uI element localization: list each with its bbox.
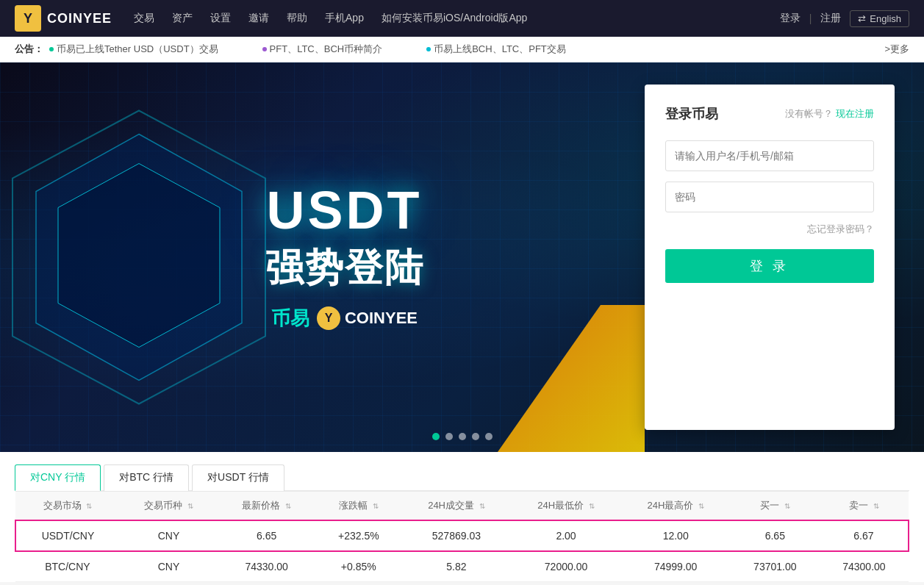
col-sell[interactable]: 卖一 ⇅ [820, 492, 909, 521]
announcement-item-2[interactable]: 币易上线BCH、LTC、PFT交易 [426, 43, 566, 56]
navbar: Y COINYEE 交易 资产 设置 邀请 帮助 手机App 如何安装币易iOS… [0, 0, 924, 37]
sort-icon-high: ⇅ [698, 502, 704, 510]
nav-mobile-app[interactable]: 手机App [325, 12, 364, 25]
username-input[interactable] [665, 140, 874, 171]
table-header-row: 交易市场 ⇅ 交易币种 ⇅ 最新价格 ⇅ 涨跌幅 ⇅ 24H成交量 ⇅ [15, 492, 909, 521]
sort-icon-price: ⇅ [285, 502, 291, 510]
nav-invite[interactable]: 邀请 [248, 12, 269, 25]
col-currency[interactable]: 交易币种 ⇅ [120, 492, 218, 521]
carousel-dot-0[interactable] [432, 433, 440, 440]
forgot-password-link[interactable]: 忘记登录密码？ [807, 223, 874, 234]
sort-icon-change: ⇅ [373, 502, 379, 510]
market-tabs: 对CNY 行情 对BTC 行情 对USDT 行情 [15, 452, 909, 491]
language-switcher[interactable]: ⇄ English [850, 10, 909, 27]
announcement-dot-1 [262, 47, 267, 51]
register-link[interactable]: 注册 [820, 12, 841, 25]
sort-icon-low: ⇅ [589, 502, 595, 510]
announcement-text-1: PFT、LTC、BCH币种简介 [270, 43, 383, 56]
carousel-dot-2[interactable] [459, 433, 466, 440]
col-low[interactable]: 24H最低价 ⇅ [511, 492, 620, 521]
nav-assets[interactable]: 资产 [172, 12, 193, 25]
nav-settings[interactable]: 设置 [210, 12, 231, 25]
login-link[interactable]: 登录 [780, 12, 801, 25]
tab-usdt[interactable]: 对USDT 行情 [192, 464, 284, 491]
hero-brand: 币易 Y COINYEE [265, 306, 424, 331]
register-now-link[interactable]: 现在注册 [836, 108, 874, 119]
carousel-dot-4[interactable] [485, 433, 493, 440]
hero-slogan: 强势登陆 [265, 243, 424, 294]
hero-brand-icon: Y [317, 306, 340, 330]
sort-icon-buy: ⇅ [784, 502, 790, 510]
announcement-item-1[interactable]: PFT、LTC、BCH币种简介 [262, 43, 383, 56]
sort-icon-sell: ⇅ [873, 502, 879, 510]
announcement-text-0: 币易已上线Tether USD（USDT）交易 [57, 43, 218, 56]
col-change[interactable]: 涨跌幅 ⇅ [315, 492, 401, 521]
carousel-dots [432, 433, 493, 440]
sort-icon-market: ⇅ [86, 502, 92, 510]
announcement-items: 币易已上线Tether USD（USDT）交易 PFT、LTC、BCH币种简介 … [49, 43, 878, 56]
announcement-text-2: 币易上线BCH、LTC、PFT交易 [434, 43, 566, 56]
hero-text: USDT 强势登陆 币易 Y COINYEE [265, 184, 424, 331]
col-market[interactable]: 交易市场 ⇅ [15, 492, 120, 521]
nav-trade[interactable]: 交易 [134, 12, 154, 25]
hero-section: USDT 强势登陆 币易 Y COINYEE 登录币易 没有帐号？ 现在注册 忘… [0, 62, 924, 452]
hero-brand-logo: Y COINYEE [317, 306, 418, 330]
tab-btc[interactable]: 对BTC 行情 [104, 464, 189, 491]
login-no-account: 没有帐号？ 现在注册 [785, 107, 874, 121]
login-button[interactable]: 登 录 [665, 249, 874, 283]
announcement-item-0[interactable]: 币易已上线Tether USD（USDT）交易 [49, 43, 218, 56]
announcement-dot-0 [49, 47, 54, 51]
logo-name: COINYEE [47, 11, 112, 26]
table-row[interactable]: USDT/CNYCNY6.65+232.5%527869.032.0012.00… [15, 520, 909, 551]
language-label: English [870, 13, 901, 24]
nav-menu: 交易 资产 设置 邀请 帮助 手机App 如何安装币易iOS/Android版A… [134, 12, 780, 25]
lang-arrow-icon: ⇄ [858, 13, 866, 24]
hero-content: USDT 强势登陆 币易 Y COINYEE [0, 62, 645, 452]
carousel-dot-1[interactable] [445, 433, 453, 440]
nav-divider: | [809, 12, 812, 24]
tab-cny[interactable]: 对CNY 行情 [15, 464, 101, 491]
hero-brand-chinese: 币易 [271, 306, 309, 331]
forgot-password-container: 忘记登录密码？ [665, 223, 874, 236]
market-section: 对CNY 行情 对BTC 行情 对USDT 行情 交易市场 ⇅ 交易币种 ⇅ 最… [0, 452, 924, 582]
col-buy[interactable]: 买一 ⇅ [731, 492, 820, 521]
sort-icon-volume: ⇅ [479, 502, 485, 510]
password-input[interactable] [665, 182, 874, 212]
logo-icon: Y [15, 5, 41, 32]
col-price[interactable]: 最新价格 ⇅ [218, 492, 315, 521]
nav-help[interactable]: 帮助 [287, 12, 307, 25]
announcement-bar: 公告： 币易已上线Tether USD（USDT）交易 PFT、LTC、BCH币… [0, 37, 924, 62]
logo[interactable]: Y COINYEE [15, 5, 112, 32]
announcement-dot-2 [426, 47, 431, 51]
hero-usdt-title: USDT [265, 184, 424, 237]
login-title: 登录币易 [665, 105, 718, 123]
login-header: 登录币易 没有帐号？ 现在注册 [665, 105, 874, 123]
hero-brand-english: COINYEE [345, 309, 418, 328]
carousel-dot-3[interactable] [472, 433, 479, 440]
market-table: 交易市场 ⇅ 交易币种 ⇅ 最新价格 ⇅ 涨跌幅 ⇅ 24H成交量 ⇅ [15, 491, 909, 582]
sort-icon-currency: ⇅ [187, 502, 193, 510]
navbar-right: 登录 | 注册 ⇄ English [780, 10, 909, 27]
login-panel: 登录币易 没有帐号？ 现在注册 忘记登录密码？ 登 录 [645, 85, 895, 430]
col-high[interactable]: 24H最高价 ⇅ [621, 492, 731, 521]
announcement-more[interactable]: >更多 [884, 43, 909, 56]
table-row[interactable]: BTC/CNYCNY74330.00+0.85%5.8272000.007499… [15, 551, 909, 582]
nav-install-guide[interactable]: 如何安装币易iOS/Android版App [382, 12, 527, 25]
col-volume[interactable]: 24H成交量 ⇅ [401, 492, 511, 521]
announcement-label: 公告： [15, 43, 43, 56]
